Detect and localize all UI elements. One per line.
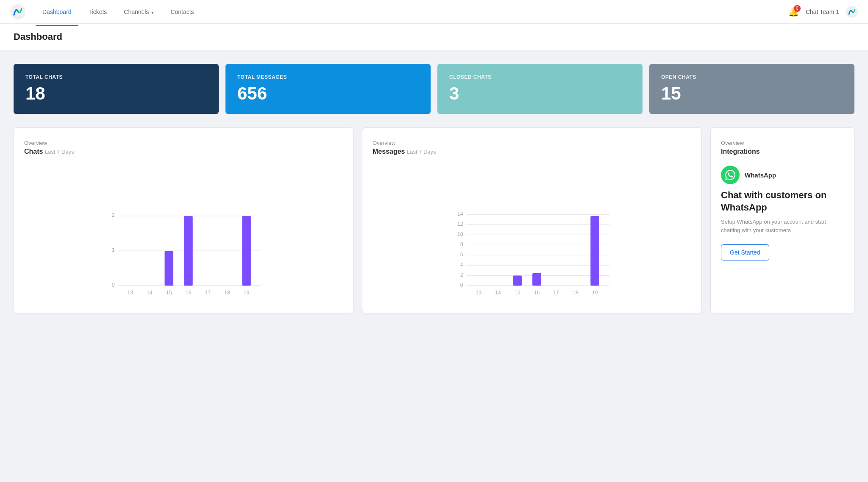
stat-cards: TOTAL CHATS 18 TOTAL MESSAGES 656 CLOSED… (14, 64, 854, 114)
svg-text:14: 14 (147, 290, 153, 296)
navbar: Dashboard Tickets Channels ▾ Contacts 🔔 … (0, 0, 868, 24)
stat-card-total-chats: TOTAL CHATS 18 (14, 64, 219, 114)
svg-text:13: 13 (476, 290, 481, 296)
logo[interactable] (10, 4, 25, 19)
nav-right: 🔔 0 Chat Team 1 (788, 6, 858, 18)
bar-16-chats (184, 216, 193, 286)
page-header: Dashboard (0, 24, 868, 50)
nav-item-channels[interactable]: Channels ▾ (117, 5, 160, 19)
stat-label-total-messages: TOTAL MESSAGES (237, 74, 419, 80)
messages-chart-svg: 0 2 4 6 8 10 12 14 (373, 166, 691, 301)
messages-chart-panel: Overview Messages Last 7 Days 0 2 4 6 8 … (362, 127, 702, 313)
chart-panels: Overview Chats Last 7 Days 0 1 2 (14, 127, 854, 313)
integration-description: Setup WhatsApp on your account and start… (721, 218, 844, 234)
nav-links: Dashboard Tickets Channels ▾ Contacts (36, 5, 788, 19)
svg-text:19: 19 (592, 290, 598, 296)
bar-19-messages (590, 216, 599, 286)
bar-15-chats (164, 251, 173, 285)
svg-text:14: 14 (495, 290, 501, 296)
svg-text:16: 16 (185, 290, 191, 296)
stat-card-open-chats: OPEN CHATS 15 (649, 64, 854, 114)
svg-text:18: 18 (224, 290, 230, 296)
chats-panel-title: Chats Last 7 Days (24, 148, 343, 155)
chevron-down-icon: ▾ (151, 10, 153, 15)
whatsapp-icon (721, 166, 740, 184)
team-label: Chat Team 1 (806, 8, 839, 15)
svg-text:12: 12 (457, 221, 463, 227)
integrations-panel-title: Integrations (721, 148, 844, 155)
stat-card-closed-chats: CLOSED CHATS 3 (437, 64, 643, 114)
svg-text:6: 6 (460, 252, 463, 258)
main-content: TOTAL CHATS 18 TOTAL MESSAGES 656 CLOSED… (0, 50, 868, 327)
get-started-button[interactable]: Get Started (721, 244, 769, 260)
integrations-panel: Overview Integrations WhatsApp Chat with… (710, 127, 854, 313)
integrations-overview-label: Overview (721, 140, 844, 146)
bar-19-chats (242, 216, 251, 286)
svg-text:2: 2 (112, 212, 115, 218)
messages-overview-label: Overview (373, 140, 691, 146)
stat-label-total-chats: TOTAL CHATS (25, 74, 207, 80)
nav-item-tickets[interactable]: Tickets (82, 5, 114, 19)
stat-card-total-messages: TOTAL MESSAGES 656 (225, 64, 431, 114)
stat-value-total-messages: 656 (237, 83, 419, 104)
svg-text:17: 17 (553, 290, 559, 296)
stat-label-closed-chats: CLOSED CHATS (449, 74, 631, 80)
messages-panel-title: Messages Last 7 Days (373, 148, 691, 155)
page-title: Dashboard (14, 31, 854, 42)
integration-heading: Chat with customers on WhatsApp (721, 189, 844, 213)
svg-text:15: 15 (166, 290, 172, 296)
svg-text:0: 0 (112, 282, 115, 288)
svg-text:0: 0 (460, 282, 463, 288)
svg-text:18: 18 (573, 290, 579, 296)
whatsapp-row: WhatsApp (721, 166, 844, 184)
chats-chart-svg: 0 1 2 13 14 (24, 166, 343, 301)
nav-item-contacts[interactable]: Contacts (164, 5, 200, 19)
notification-badge: 0 (794, 5, 801, 12)
svg-text:13: 13 (127, 290, 133, 296)
stat-value-closed-chats: 3 (449, 83, 631, 104)
svg-text:1: 1 (112, 247, 115, 253)
svg-text:16: 16 (534, 290, 540, 296)
bar-15-messages (513, 275, 522, 285)
notifications-bell[interactable]: 🔔 0 (788, 7, 799, 17)
messages-bar-chart: 0 2 4 6 8 10 12 14 (373, 166, 691, 301)
nav-item-dashboard[interactable]: Dashboard (36, 5, 78, 19)
chats-bar-chart: 0 1 2 13 14 (24, 166, 343, 301)
stat-value-total-chats: 18 (25, 83, 207, 104)
svg-text:2: 2 (460, 272, 463, 278)
svg-text:4: 4 (460, 262, 463, 268)
svg-text:19: 19 (244, 290, 250, 296)
chats-chart-panel: Overview Chats Last 7 Days 0 1 2 (14, 127, 353, 313)
whatsapp-name: WhatsApp (745, 172, 776, 179)
svg-text:17: 17 (205, 290, 211, 296)
chats-overview-label: Overview (24, 140, 343, 146)
stat-label-open-chats: OPEN CHATS (661, 74, 843, 80)
stat-value-open-chats: 15 (661, 83, 843, 104)
nav-logo-right[interactable] (846, 6, 858, 18)
svg-text:15: 15 (515, 290, 520, 296)
svg-text:14: 14 (457, 211, 463, 217)
svg-text:8: 8 (460, 241, 463, 247)
svg-text:10: 10 (457, 231, 463, 237)
bar-16-messages (532, 273, 541, 286)
